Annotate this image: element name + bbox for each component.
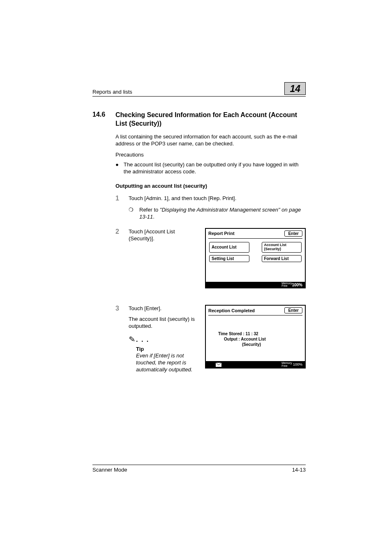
panel-title: Report Print (208, 231, 235, 236)
lcd-panel-reception: Reception Completed Enter Time Stored : … (205, 305, 306, 368)
section-title: Checking Secured Information for Each Ac… (115, 111, 306, 128)
step-number: 3 (115, 305, 123, 373)
panel-title: Reception Completed (208, 308, 255, 313)
step-number: 2 (115, 228, 123, 242)
step-note: The account list (security) is outputted… (129, 315, 199, 330)
chapter-number: 14 (290, 83, 300, 94)
option-forward-list[interactable]: Forward List (262, 255, 302, 262)
step-text: Touch [Account List (Security)]. (129, 228, 199, 242)
procedure-heading: Outputting an account list (security) (115, 183, 306, 189)
panel-status-bar: Memory Free 100% (206, 361, 305, 368)
option-setting-list[interactable]: Setting List (209, 255, 249, 262)
chapter-box: 14 (284, 82, 306, 95)
tip-label: Tip (136, 345, 199, 353)
substep-text: Refer to "Displaying the Administrator M… (139, 206, 306, 221)
intro-paragraph: A list containing the secured informatio… (115, 133, 306, 147)
page-number: 14-13 (292, 467, 306, 473)
option-account-list-security[interactable]: Account List (Security) (262, 242, 302, 253)
enter-button[interactable]: Enter (284, 230, 302, 237)
running-header: Reports and lists (92, 89, 132, 95)
time-stored-line: Time Stored : 11 : 32 (218, 331, 305, 336)
panel-status-bar: Memory Free100% (206, 282, 305, 288)
bullet-marker: ● (115, 161, 119, 175)
step-number: 1 (115, 195, 123, 202)
output-line-sub: (Security) (218, 342, 305, 347)
enter-button[interactable]: Enter (284, 307, 302, 313)
mail-icon (216, 363, 221, 367)
step-text: Touch [Enter]. (129, 305, 199, 312)
option-account-list[interactable]: Account List (209, 242, 249, 253)
output-line: Output : Account List (218, 336, 305, 342)
step-text: Touch [Admin. 1], and then touch [Rep. P… (129, 195, 306, 202)
lcd-panel-report-print: Report Print Enter Account List Account … (205, 228, 306, 288)
dots-icon: . . . (136, 335, 149, 344)
bullet-text: The account list (security) can be outpu… (124, 161, 306, 175)
footer-left: Scanner Mode (92, 467, 127, 473)
substep-marker: ❍ (129, 206, 134, 221)
section-number: 14.6 (92, 111, 110, 128)
pencil-icon: ✎ (128, 334, 136, 345)
tip-text: Even if [Enter] is not touched, the repo… (136, 352, 199, 373)
precautions-label: Precautions (115, 152, 306, 158)
